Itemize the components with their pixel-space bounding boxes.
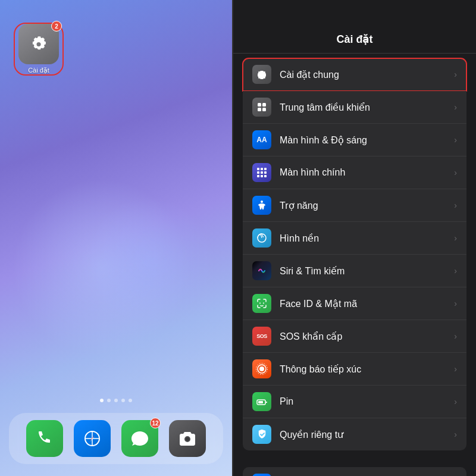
exposure-label: Thông báo tiếp xúc — [280, 364, 454, 375]
home-screen-label: Màn hình chính — [280, 167, 454, 178]
svg-rect-13 — [257, 171, 259, 174]
settings-title: Cài đặt — [245, 33, 464, 46]
dot-4 — [121, 399, 125, 402]
home-screen-icon — [252, 163, 271, 182]
dock-messages-icon[interactable]: 12 — [121, 420, 158, 457]
control-center-icon — [252, 98, 271, 117]
page-indicators — [0, 393, 232, 408]
svg-rect-25 — [258, 401, 263, 403]
settings-badge: 2 — [51, 21, 62, 32]
settings-item-display[interactable]: AA Màn hình & Độ sáng › — [243, 124, 466, 156]
settings-item-general[interactable]: Cài đặt chung › — [243, 58, 466, 91]
dot-2 — [107, 399, 111, 402]
dot-3 — [114, 399, 118, 402]
settings-item-control-center[interactable]: Trung tâm điều khiển › — [243, 91, 466, 124]
privacy-label: Quyền riêng tư — [280, 429, 454, 440]
settings-item-sos[interactable]: SOS SOS khẩn cấp › — [243, 320, 466, 353]
wallpaper-icon — [252, 228, 271, 248]
settings-app-icon-wrapper[interactable]: 2 Cài đặt — [15, 24, 62, 74]
settings-header: Cài đặt — [233, 0, 476, 54]
svg-point-5 — [186, 437, 189, 441]
dock-camera-icon[interactable] — [169, 420, 206, 457]
display-label: Màn hình & Độ sáng — [280, 134, 454, 146]
settings-list: Cài đặt chung › Trung tâm điều khiển › — [233, 54, 476, 476]
wallpaper-label: Hình nền — [280, 233, 454, 244]
svg-rect-6 — [258, 103, 261, 107]
battery-label: Pin — [280, 396, 454, 407]
home-screen: 2 Cài đặt — [0, 0, 232, 476]
svg-rect-9 — [262, 108, 266, 111]
general-chevron: › — [454, 70, 457, 79]
svg-rect-15 — [264, 171, 267, 174]
display-icon: AA — [252, 130, 271, 149]
face-id-icon — [252, 294, 271, 313]
battery-icon — [252, 392, 271, 411]
settings-item-accessibility[interactable]: Trợ năng › — [243, 189, 466, 222]
privacy-icon — [252, 425, 271, 444]
sos-label: SOS khẩn cấp — [280, 331, 454, 342]
accessibility-icon — [252, 196, 271, 215]
appstore-icon: A — [252, 474, 271, 476]
svg-rect-16 — [257, 175, 259, 177]
svg-rect-17 — [261, 175, 263, 177]
svg-point-21 — [259, 367, 264, 371]
dot-1 — [100, 399, 104, 402]
settings-app-label: Cài đặt — [28, 67, 49, 74]
exposure-icon — [252, 359, 271, 378]
settings-item-siri[interactable]: Siri & Tìm kiếm › — [243, 255, 466, 287]
control-center-label: Trung tâm điều khiển — [280, 102, 454, 113]
section-gap-1 — [233, 455, 476, 467]
accessibility-label: Trợ năng — [280, 200, 454, 211]
svg-rect-11 — [261, 168, 263, 170]
face-id-label: Face ID & Mật mã — [280, 298, 454, 309]
siri-icon — [252, 261, 271, 280]
svg-rect-10 — [257, 168, 259, 170]
dock-phone-icon[interactable] — [26, 420, 63, 457]
dock: 12 — [9, 413, 223, 464]
svg-rect-14 — [261, 171, 263, 174]
settings-app-icon[interactable]: 2 — [18, 24, 59, 64]
siri-label: Siri & Tìm kiếm — [280, 265, 454, 277]
settings-group-2: A App Store › Ví › — [243, 467, 466, 476]
svg-rect-7 — [262, 103, 266, 107]
settings-group-1: Cài đặt chung › Trung tâm điều khiển › — [243, 58, 466, 450]
svg-rect-12 — [264, 168, 267, 170]
dot-5 — [129, 399, 132, 402]
settings-item-appstore[interactable]: A App Store › — [243, 467, 466, 476]
sos-icon: SOS — [252, 327, 271, 346]
settings-item-face-id[interactable]: Face ID & Mật mã › — [243, 287, 466, 320]
settings-item-privacy[interactable]: Quyền riêng tư › — [243, 418, 466, 450]
app-grid: 2 Cài đặt — [0, 0, 232, 393]
messages-badge: 12 — [150, 418, 161, 428]
settings-item-wallpaper[interactable]: Hình nền › — [243, 222, 466, 255]
svg-point-19 — [261, 201, 263, 203]
general-icon — [252, 65, 271, 84]
settings-screen: Cài đặt Cài đặt chung › — [233, 0, 476, 476]
settings-item-exposure[interactable]: Thông báo tiếp xúc › — [243, 353, 466, 386]
settings-item-home-screen[interactable]: Màn hình chính › — [243, 156, 466, 189]
general-label: Cài đặt chung — [280, 69, 454, 80]
svg-rect-26 — [265, 402, 267, 403]
svg-rect-8 — [258, 108, 261, 111]
dock-safari-icon[interactable] — [74, 420, 111, 457]
svg-rect-18 — [264, 175, 267, 177]
settings-item-battery[interactable]: Pin › — [243, 386, 466, 418]
